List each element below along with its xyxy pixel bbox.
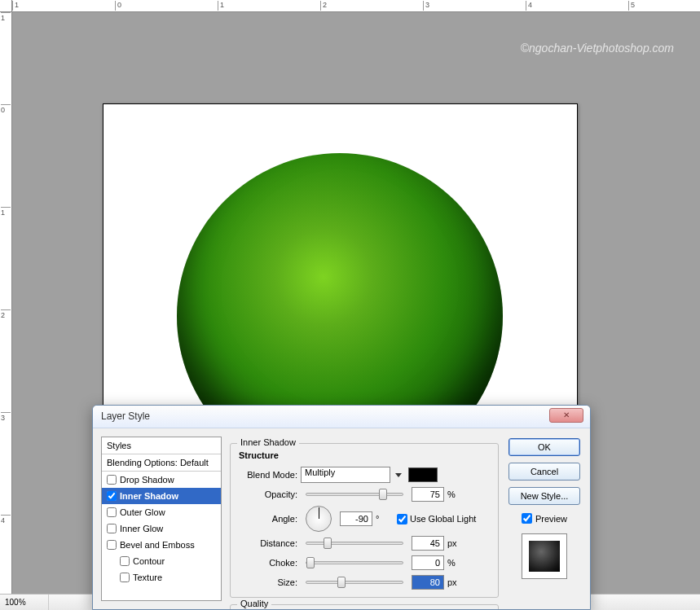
use-global-light[interactable]: Use Global Light [397,514,476,524]
ruler-h-tick: 1 [218,1,224,11]
chevron-down-icon[interactable] [395,473,402,477]
angle-dial[interactable] [306,506,332,532]
new-style-button[interactable]: New Style... [508,487,580,505]
global-light-checkbox[interactable] [397,514,407,524]
ruler-v-tick: 3 [1,412,11,422]
watermark: ©ngochan-Vietphotoshop.com [521,42,674,55]
preview-toggle[interactable]: Preview [522,513,567,524]
preview-checkbox[interactable] [522,513,532,524]
style-item-contour[interactable]: Contour [102,553,221,569]
ruler-h-tick: 4 [526,1,532,11]
opacity-label: Opacity: [239,489,297,499]
style-item-texture[interactable]: Texture [102,569,221,586]
choke-unit: % [447,558,465,568]
styles-header[interactable]: Styles [102,437,221,454]
slider-thumb[interactable] [379,489,387,500]
contour-checkbox[interactable] [120,556,130,566]
panel-title: Inner Shadow [237,437,299,447]
dial-hand-icon [319,507,319,519]
inner-glow-checkbox[interactable] [107,524,117,533]
color-swatch[interactable] [408,467,438,482]
style-label: Drop Shadow [120,475,174,485]
preview-label: Preview [535,514,567,524]
bevel-emboss-checkbox[interactable] [107,540,117,550]
choke-input[interactable] [412,555,444,570]
size-input[interactable] [412,575,444,590]
ruler-h-tick: 3 [423,1,429,11]
distance-input[interactable] [412,536,444,551]
distance-label: Distance: [239,538,297,548]
size-label: Size: [239,577,297,587]
preview-swatch [529,541,560,572]
angle-label: Angle: [239,514,297,524]
size-unit: px [447,577,465,587]
quality-group: Quality [230,604,499,610]
opacity-input[interactable] [412,487,444,502]
styles-list: Styles Blending Options: Default Drop Sh… [101,437,222,601]
style-label: Contour [133,556,165,566]
style-item-bevel-emboss[interactable]: Bevel and Emboss [102,537,221,553]
blending-options[interactable]: Blending Options: Default [102,454,221,472]
opacity-unit: % [447,489,465,499]
close-button[interactable]: ✕ [549,408,583,423]
size-slider[interactable] [306,581,403,584]
ruler-v-tick: 0 [1,104,11,114]
distance-slider[interactable] [306,542,403,545]
angle-input[interactable] [340,511,372,526]
style-label: Bevel and Emboss [120,540,195,550]
ruler-h-tick: 2 [320,1,327,11]
choke-label: Choke: [239,558,297,568]
ruler-v-tick: 2 [1,309,11,319]
distance-unit: px [447,538,465,548]
style-label: Texture [133,573,162,582]
zoom-level[interactable]: 100% [0,595,49,610]
ruler-horizontal[interactable]: 1 0 1 2 3 4 5 [12,0,700,12]
ruler-v-tick: 1 [1,12,11,22]
global-light-label: Use Global Light [410,514,476,524]
dialog-buttons: OK Cancel New Style... Preview [507,437,582,601]
slider-thumb[interactable] [324,538,332,549]
outer-glow-checkbox[interactable] [107,507,117,517]
blend-mode-select[interactable]: Multiply [301,467,390,483]
ruler-h-tick: 0 [115,1,121,11]
dialog-title: Layer Style [101,410,150,422]
ruler-h-tick: 1 [12,1,19,11]
opacity-slider[interactable] [306,493,403,496]
ok-button[interactable]: OK [508,438,580,456]
quality-title: Quality [237,599,271,608]
drop-shadow-checkbox[interactable] [107,475,117,485]
layer-style-dialog: Layer Style ✕ Styles Blending Options: D… [92,405,591,610]
choke-slider[interactable] [306,561,403,564]
blend-mode-value: Multiply [305,467,335,477]
texture-checkbox[interactable] [120,573,130,582]
slider-thumb[interactable] [306,557,315,568]
slider-thumb[interactable] [337,577,346,588]
cancel-button[interactable]: Cancel [508,463,580,481]
style-label: Inner Shadow [120,491,178,501]
blend-mode-label: Blend Mode: [239,470,297,480]
structure-heading: Structure [239,450,490,460]
ruler-v-tick: 4 [1,515,11,524]
dialog-titlebar[interactable]: Layer Style ✕ [93,406,590,428]
settings-panel: Inner Shadow Structure Blend Mode: Multi… [230,437,499,601]
ruler-v-tick: 1 [1,207,11,217]
ruler-vertical[interactable]: 1 0 1 2 3 4 [0,12,12,594]
style-item-inner-glow[interactable]: Inner Glow [102,520,221,537]
inner-shadow-checkbox[interactable] [107,491,117,501]
angle-unit: ° [376,514,394,524]
style-label: Inner Glow [120,524,163,533]
style-item-inner-shadow[interactable]: Inner Shadow [102,488,221,504]
style-item-outer-glow[interactable]: Outer Glow [102,504,221,520]
inner-shadow-group: Inner Shadow Structure Blend Mode: Multi… [230,443,499,598]
style-label: Outer Glow [120,507,165,517]
preview-box [522,533,567,579]
ruler-h-tick: 5 [628,1,635,11]
ruler-corner [0,0,12,12]
style-item-drop-shadow[interactable]: Drop Shadow [102,472,221,488]
